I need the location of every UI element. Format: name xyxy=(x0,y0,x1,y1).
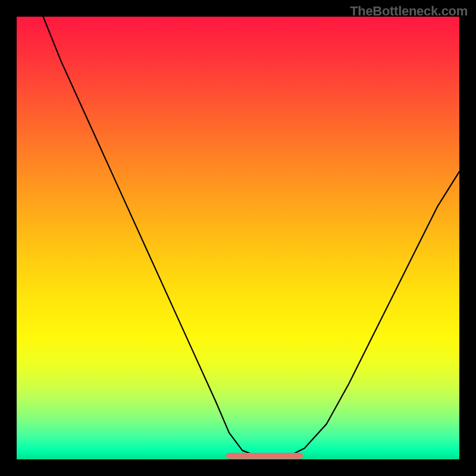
chart-svg xyxy=(17,17,459,459)
bottleneck-curve-line xyxy=(43,17,459,457)
chart-plot-area xyxy=(17,17,459,459)
